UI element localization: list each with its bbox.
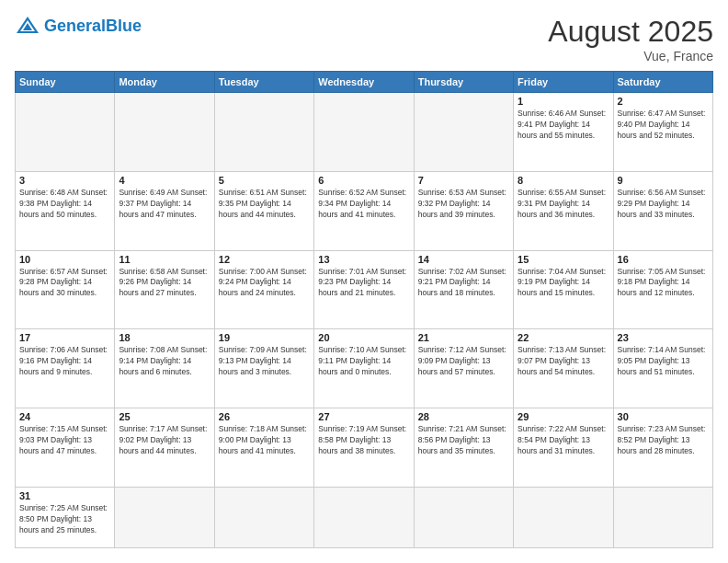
table-row: 8Sunrise: 6:55 AM Sunset: 9:31 PM Daylig…	[514, 171, 613, 250]
table-row: 20Sunrise: 7:10 AM Sunset: 9:11 PM Dayli…	[314, 329, 414, 408]
day-info: Sunrise: 6:47 AM Sunset: 9:40 PM Dayligh…	[618, 109, 709, 142]
calendar: Sunday Monday Tuesday Wednesday Thursday…	[15, 71, 713, 548]
table-row: 18Sunrise: 7:08 AM Sunset: 9:14 PM Dayli…	[115, 329, 214, 408]
col-monday: Monday	[115, 72, 214, 93]
table-row: 4Sunrise: 6:49 AM Sunset: 9:37 PM Daylig…	[115, 171, 214, 250]
table-row	[214, 487, 313, 547]
table-row: 22Sunrise: 7:13 AM Sunset: 9:07 PM Dayli…	[514, 329, 613, 408]
table-row: 3Sunrise: 6:48 AM Sunset: 9:38 PM Daylig…	[16, 171, 115, 250]
page: GeneralBlue August 2025 Vue, France Sund…	[0, 0, 728, 563]
day-info: Sunrise: 7:04 AM Sunset: 9:19 PM Dayligh…	[518, 267, 609, 300]
day-info: Sunrise: 7:21 AM Sunset: 8:56 PM Dayligh…	[418, 424, 509, 457]
table-row: 9Sunrise: 6:56 AM Sunset: 9:29 PM Daylig…	[613, 171, 712, 250]
day-number: 25	[119, 411, 210, 422]
col-friday: Friday	[514, 72, 613, 93]
calendar-header-row: Sunday Monday Tuesday Wednesday Thursday…	[16, 72, 713, 93]
day-info: Sunrise: 7:00 AM Sunset: 9:24 PM Dayligh…	[219, 267, 310, 300]
table-row: 6Sunrise: 6:52 AM Sunset: 9:34 PM Daylig…	[314, 171, 414, 250]
day-number: 2	[618, 96, 709, 107]
table-row: 27Sunrise: 7:19 AM Sunset: 8:58 PM Dayli…	[314, 408, 414, 488]
day-number: 6	[318, 175, 409, 186]
day-info: Sunrise: 7:01 AM Sunset: 9:23 PM Dayligh…	[318, 267, 409, 300]
table-row	[613, 487, 712, 547]
day-number: 7	[418, 175, 509, 186]
day-info: Sunrise: 7:22 AM Sunset: 8:54 PM Dayligh…	[518, 424, 609, 457]
day-info: Sunrise: 7:10 AM Sunset: 9:11 PM Dayligh…	[318, 345, 409, 378]
day-number: 21	[418, 332, 509, 343]
day-info: Sunrise: 6:46 AM Sunset: 9:41 PM Dayligh…	[518, 109, 609, 142]
table-row: 17Sunrise: 7:06 AM Sunset: 9:16 PM Dayli…	[16, 329, 115, 408]
day-info: Sunrise: 6:55 AM Sunset: 9:31 PM Dayligh…	[518, 188, 609, 221]
table-row: 1Sunrise: 6:46 AM Sunset: 9:41 PM Daylig…	[514, 93, 613, 172]
calendar-row-2: 3Sunrise: 6:48 AM Sunset: 9:38 PM Daylig…	[16, 171, 713, 250]
day-number: 4	[119, 175, 210, 186]
day-number: 27	[318, 411, 409, 422]
day-number: 23	[618, 332, 709, 343]
day-number: 26	[219, 411, 310, 422]
logo-blue: Blue	[106, 17, 142, 35]
day-info: Sunrise: 7:18 AM Sunset: 9:00 PM Dayligh…	[219, 424, 310, 457]
day-info: Sunrise: 7:02 AM Sunset: 9:21 PM Dayligh…	[418, 267, 509, 300]
day-info: Sunrise: 7:25 AM Sunset: 8:50 PM Dayligh…	[19, 503, 110, 536]
table-row: 5Sunrise: 6:51 AM Sunset: 9:35 PM Daylig…	[214, 171, 313, 250]
day-info: Sunrise: 6:57 AM Sunset: 9:28 PM Dayligh…	[19, 267, 110, 300]
day-number: 1	[518, 96, 609, 107]
col-thursday: Thursday	[414, 72, 513, 93]
logo-icon	[15, 15, 40, 37]
table-row	[414, 487, 513, 547]
day-info: Sunrise: 7:05 AM Sunset: 9:18 PM Dayligh…	[618, 267, 709, 300]
table-row: 31Sunrise: 7:25 AM Sunset: 8:50 PM Dayli…	[16, 487, 115, 547]
table-row	[115, 487, 214, 547]
logo-text: GeneralBlue	[44, 17, 142, 34]
day-number: 19	[219, 332, 310, 343]
table-row: 25Sunrise: 7:17 AM Sunset: 9:02 PM Dayli…	[115, 408, 214, 488]
table-row: 30Sunrise: 7:23 AM Sunset: 8:52 PM Dayli…	[613, 408, 712, 488]
calendar-row-1: 1Sunrise: 6:46 AM Sunset: 9:41 PM Daylig…	[16, 93, 713, 172]
table-row: 16Sunrise: 7:05 AM Sunset: 9:18 PM Dayli…	[613, 250, 712, 329]
table-row: 12Sunrise: 7:00 AM Sunset: 9:24 PM Dayli…	[214, 250, 313, 329]
table-row	[314, 487, 414, 547]
day-info: Sunrise: 7:12 AM Sunset: 9:09 PM Dayligh…	[418, 345, 509, 378]
logo-general: General	[44, 17, 106, 35]
day-number: 17	[19, 332, 110, 343]
day-info: Sunrise: 6:56 AM Sunset: 9:29 PM Dayligh…	[618, 188, 709, 221]
day-number: 28	[418, 411, 509, 422]
table-row: 14Sunrise: 7:02 AM Sunset: 9:21 PM Dayli…	[414, 250, 513, 329]
day-number: 10	[19, 254, 110, 265]
month-title: August 2025	[548, 15, 713, 49]
table-row: 28Sunrise: 7:21 AM Sunset: 8:56 PM Dayli…	[414, 408, 513, 488]
table-row	[514, 487, 613, 547]
day-number: 16	[618, 254, 709, 265]
calendar-row-6: 31Sunrise: 7:25 AM Sunset: 8:50 PM Dayli…	[16, 487, 713, 547]
day-number: 11	[119, 254, 210, 265]
table-row	[115, 93, 214, 172]
day-info: Sunrise: 7:19 AM Sunset: 8:58 PM Dayligh…	[318, 424, 409, 457]
day-info: Sunrise: 6:49 AM Sunset: 9:37 PM Dayligh…	[119, 188, 210, 221]
table-row: 24Sunrise: 7:15 AM Sunset: 9:03 PM Dayli…	[16, 408, 115, 488]
day-info: Sunrise: 7:08 AM Sunset: 9:14 PM Dayligh…	[119, 345, 210, 378]
day-number: 9	[618, 175, 709, 186]
day-number: 8	[518, 175, 609, 186]
day-number: 13	[318, 254, 409, 265]
logo: GeneralBlue	[15, 15, 142, 37]
day-number: 20	[318, 332, 409, 343]
table-row: 2Sunrise: 6:47 AM Sunset: 9:40 PM Daylig…	[613, 93, 712, 172]
day-number: 31	[19, 490, 110, 501]
header: GeneralBlue August 2025 Vue, France	[15, 15, 713, 63]
table-row: 11Sunrise: 6:58 AM Sunset: 9:26 PM Dayli…	[115, 250, 214, 329]
day-info: Sunrise: 7:14 AM Sunset: 9:05 PM Dayligh…	[618, 345, 709, 378]
location: Vue, France	[548, 49, 713, 63]
calendar-row-5: 24Sunrise: 7:15 AM Sunset: 9:03 PM Dayli…	[16, 408, 713, 488]
day-info: Sunrise: 7:15 AM Sunset: 9:03 PM Dayligh…	[19, 424, 110, 457]
table-row: 13Sunrise: 7:01 AM Sunset: 9:23 PM Dayli…	[314, 250, 414, 329]
table-row: 26Sunrise: 7:18 AM Sunset: 9:00 PM Dayli…	[214, 408, 313, 488]
table-row: 19Sunrise: 7:09 AM Sunset: 9:13 PM Dayli…	[214, 329, 313, 408]
table-row	[414, 93, 513, 172]
table-row: 29Sunrise: 7:22 AM Sunset: 8:54 PM Dayli…	[514, 408, 613, 488]
table-row: 21Sunrise: 7:12 AM Sunset: 9:09 PM Dayli…	[414, 329, 513, 408]
day-info: Sunrise: 6:52 AM Sunset: 9:34 PM Dayligh…	[318, 188, 409, 221]
table-row: 23Sunrise: 7:14 AM Sunset: 9:05 PM Dayli…	[613, 329, 712, 408]
day-number: 18	[119, 332, 210, 343]
day-info: Sunrise: 6:51 AM Sunset: 9:35 PM Dayligh…	[219, 188, 310, 221]
title-block: August 2025 Vue, France	[548, 15, 713, 63]
